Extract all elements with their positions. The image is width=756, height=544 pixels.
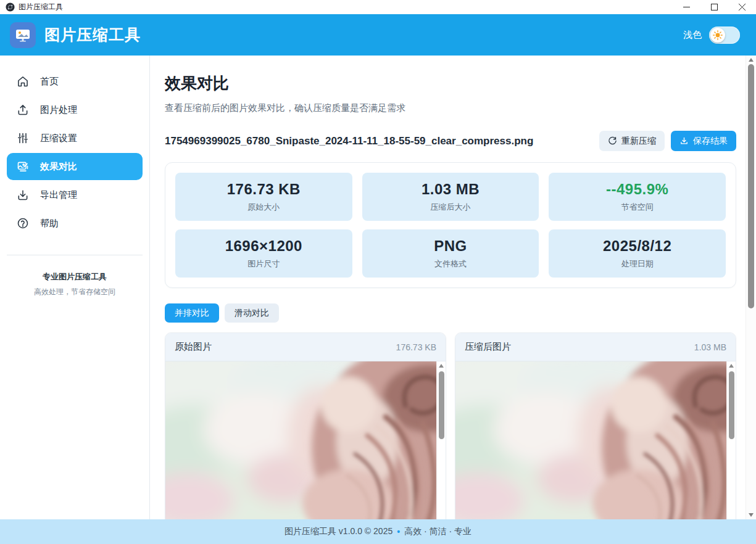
scroll-up-arrow-icon[interactable] [749, 58, 754, 62]
sidebar-footer: 专业图片压缩工具 高效处理，节省存储空间 [0, 271, 149, 297]
minimize-button[interactable] [673, 0, 700, 14]
stat-date: 2025/8/12 处理日期 [549, 229, 726, 278]
sidebar: 首页 图片处理 压缩设置 效果对比 [0, 56, 150, 519]
stat-label: 原始大小 [247, 202, 280, 213]
sliders-icon [16, 131, 30, 145]
sidebar-item-compression-settings[interactable]: 压缩设置 [7, 125, 143, 152]
panel-title: 原始图片 [175, 341, 396, 353]
save-download-icon [679, 136, 689, 146]
sidebar-item-label: 效果对比 [40, 161, 77, 173]
close-icon [739, 4, 746, 10]
sidebar-item-export[interactable]: 导出管理 [7, 181, 143, 208]
stat-value: 176.73 KB [227, 181, 301, 198]
panel-size-badge: 1.03 MB [694, 342, 726, 352]
stat-value: 1.03 MB [422, 181, 480, 198]
scroll-up-arrow-icon [439, 364, 444, 368]
refresh-icon [608, 136, 617, 146]
panel-header: 原始图片 176.73 KB [165, 333, 446, 361]
theme-toggle-knob [710, 28, 725, 43]
tab-side-by-side[interactable]: 并排对比 [165, 303, 219, 323]
footer-bullet: • [397, 527, 400, 537]
original-image [165, 361, 436, 519]
save-result-button[interactable]: 保存结果 [671, 131, 736, 151]
recompress-label: 重新压缩 [621, 136, 656, 147]
page-subtitle: 查看压缩前后的图片效果对比，确认压缩质量是否满足需求 [165, 102, 736, 114]
window-scrollbar-thumb[interactable] [748, 64, 754, 308]
sidebar-item-label: 压缩设置 [40, 133, 77, 144]
panel-header: 压缩后图片 1.03 MB [455, 333, 736, 361]
stat-value: PNG [434, 237, 467, 255]
stat-label: 处理日期 [621, 258, 654, 270]
recompress-button[interactable]: 重新压缩 [599, 131, 665, 151]
app-logo-icon [10, 22, 36, 48]
stat-label: 节省空间 [621, 202, 654, 213]
sidebar-item-image-processing[interactable]: 图片处理 [7, 96, 143, 123]
footer-tagline: 高效 · 简洁 · 专业 [404, 526, 471, 537]
stat-value: 2025/8/12 [603, 237, 671, 255]
sidebar-item-label: 导出管理 [40, 189, 77, 201]
sidebar-item-label: 帮助 [40, 218, 59, 229]
file-row: 1754969399025_6780_Snipaste_2024-11-11_1… [165, 131, 736, 151]
stats-card: 176.73 KB 原始大小 1.03 MB 压缩后大小 --495.9% 节省… [165, 162, 736, 288]
sidebar-divider [7, 255, 143, 255]
theme-mode-label: 浅色 [683, 29, 702, 41]
scrollbar-thumb[interactable] [729, 371, 734, 439]
theme-toggle[interactable] [709, 27, 740, 44]
upload-icon [16, 103, 30, 117]
minimize-icon [683, 4, 690, 10]
scroll-up-arrow-icon [729, 364, 734, 368]
current-filename: 1754969399025_6780_Snipaste_2024-11-11_1… [165, 135, 599, 147]
stat-dimensions: 1696×1200 图片尺寸 [175, 229, 352, 278]
panel-scrollbar[interactable] [436, 361, 446, 519]
panel-size-badge: 176.73 KB [396, 342, 436, 352]
sidebar-item-comparison[interactable]: 效果对比 [7, 153, 143, 180]
stat-label: 文件格式 [434, 258, 467, 270]
scrollbar-thumb[interactable] [439, 371, 444, 439]
maximize-button[interactable] [700, 0, 728, 14]
scroll-down-arrow-icon[interactable] [749, 513, 754, 517]
window-title: 图片压缩工具 [19, 2, 63, 12]
panel-scrollbar[interactable] [726, 361, 736, 519]
tab-slider-compare[interactable]: 滑动对比 [225, 303, 279, 323]
app-header: 图片压缩工具 浅色 [0, 14, 756, 56]
stat-original-size: 176.73 KB 原始大小 [175, 173, 352, 221]
download-icon [16, 188, 30, 202]
home-icon [16, 75, 30, 88]
sun-icon [713, 30, 723, 40]
stat-space-saved: --495.9% 节省空间 [549, 173, 726, 221]
sidebar-item-label: 图片处理 [40, 104, 77, 116]
comparison-panels: 原始图片 176.73 KB 压缩后图 [165, 332, 736, 519]
sidebar-footer-title: 专业图片压缩工具 [0, 271, 149, 282]
stat-value: 1696×1200 [225, 237, 302, 255]
sidebar-item-home[interactable]: 首页 [7, 68, 143, 95]
sidebar-item-label: 首页 [40, 76, 59, 88]
window-scrollbar[interactable] [746, 56, 756, 519]
app-footer: 图片压缩工具 v1.0.0 © 2025 • 高效 · 简洁 · 专业 [0, 519, 756, 544]
original-image-view[interactable] [165, 361, 446, 519]
titlebar: 图片压缩工具 [0, 0, 756, 14]
stat-label: 图片尺寸 [247, 258, 280, 270]
compressed-image [455, 361, 726, 519]
stat-compressed-size: 1.03 MB 压缩后大小 [362, 173, 539, 221]
footer-version-text: 图片压缩工具 v1.0.0 © 2025 [285, 526, 393, 537]
compare-mode-tabs: 并排对比 滑动对比 [165, 303, 736, 323]
original-image-panel: 原始图片 176.73 KB [165, 332, 446, 519]
app-taskbar-icon [6, 2, 15, 12]
sidebar-item-help[interactable]: 帮助 [7, 210, 143, 237]
compressed-image-panel: 压缩后图片 1.03 MB [455, 332, 736, 519]
compressed-image-view[interactable] [455, 361, 736, 519]
close-button[interactable] [728, 0, 756, 14]
page-title: 效果对比 [165, 73, 736, 94]
stat-label: 压缩后大小 [430, 202, 470, 213]
sidebar-footer-subtitle: 高效处理，节省存储空间 [0, 287, 149, 297]
save-label: 保存结果 [693, 136, 728, 147]
help-icon [16, 216, 30, 230]
compare-image-icon [16, 160, 30, 173]
main-content: 效果对比 查看压缩前后的图片效果对比，确认压缩质量是否满足需求 17549693… [150, 56, 756, 519]
stat-format: PNG 文件格式 [362, 229, 539, 278]
panel-title: 压缩后图片 [465, 341, 694, 353]
app-window: 图片压缩工具 图片压缩工具 浅色 [0, 0, 756, 544]
app-title: 图片压缩工具 [44, 25, 141, 45]
stat-value: --495.9% [606, 181, 668, 198]
maximize-icon [711, 4, 718, 10]
